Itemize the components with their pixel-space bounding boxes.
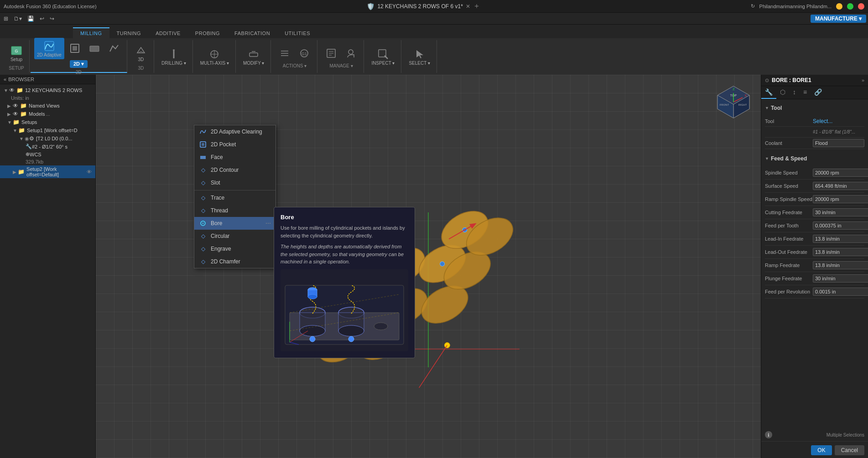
coolant-select[interactable]: Flood Mist None <box>813 139 864 147</box>
viewport[interactable]: TOP RIGHT FRONT X Z 2D Adaptive Clearing <box>96 75 761 458</box>
new-btn[interactable]: 🗋▾ <box>12 15 24 23</box>
models-arrow[interactable]: ▶ <box>7 112 12 117</box>
manage-btn2[interactable] <box>342 45 360 62</box>
drilling-btn[interactable]: DRILLING ▾ <box>159 46 189 67</box>
named-views-eye[interactable]: 👁 <box>13 103 18 109</box>
tool-section-header[interactable]: Tool <box>765 103 864 113</box>
setup1-arrow[interactable]: ▼ <box>13 128 17 133</box>
modify-btn[interactable]: MODIFY ▾ <box>240 46 267 67</box>
spindle-speed-input[interactable] <box>813 169 868 177</box>
menu-2d-pocket[interactable]: 2D Pocket <box>194 138 275 151</box>
cutting-feedrate-value: ▲ ▼ <box>813 207 868 217</box>
menu-slot[interactable]: ◇ Slot <box>194 176 275 189</box>
actions-btn2[interactable]: G1 <box>295 45 313 62</box>
tab-utilities[interactable]: UTILITIES <box>277 28 317 38</box>
tool-select-link[interactable]: Select... <box>813 118 832 124</box>
named-views-arrow[interactable]: ▶ <box>7 103 12 108</box>
undo-btn[interactable]: ↩ <box>38 15 46 23</box>
spindle-speed-row: Spindle Speed ▲ ▼ <box>765 166 864 180</box>
nav-cube[interactable]: TOP RIGHT FRONT X Z <box>715 84 752 120</box>
menu-bore[interactable]: Bore ⋯ <box>194 217 275 230</box>
browser-header: « BROWSER <box>0 75 95 84</box>
2d-contour-btn[interactable] <box>105 40 123 57</box>
setup2-eye-icon[interactable]: 👁 <box>87 169 92 175</box>
bore-more-btn[interactable]: ⋯ <box>265 220 271 226</box>
ribbon-group-actions: G1 ACTIONS ▾ <box>272 40 317 73</box>
menu-2d-adaptive[interactable]: 2D Adaptive Clearing <box>194 125 275 138</box>
tab-linking[interactable]: 🔗 <box>811 86 826 99</box>
t2-arrow[interactable]: ▼ <box>19 136 24 141</box>
refresh-icon[interactable]: ↻ <box>751 3 755 9</box>
plunge-feedrate-input[interactable] <box>813 274 868 283</box>
tree-named-views[interactable]: ▶ 👁 📁 Named Views <box>0 102 95 110</box>
tab-geometry[interactable]: ⬡ <box>776 86 789 99</box>
tab-passes[interactable]: ≡ <box>800 86 811 99</box>
menu-face[interactable]: Face <box>194 151 275 164</box>
surface-speed-input[interactable] <box>813 182 868 190</box>
svg-rect-4 <box>73 46 77 51</box>
ok-button[interactable]: OK <box>811 445 832 455</box>
tab-probing[interactable]: PROBING <box>188 28 227 38</box>
tab-additive[interactable]: ADDITIVE <box>148 28 188 38</box>
tab-heights[interactable]: ↕ <box>789 86 800 99</box>
tab-milling[interactable]: MILLING <box>73 27 109 38</box>
menu-engrave[interactable]: ◇ Engrave <box>194 242 275 255</box>
feed-per-tooth-input[interactable] <box>813 221 868 230</box>
close-btn[interactable] <box>858 3 864 10</box>
tree-setups[interactable]: ▼ 📁 Setups <box>0 118 95 126</box>
setup-btn[interactable]: G Setup <box>7 42 26 64</box>
tree-tool2[interactable]: 🔧 #2 - Ø1/2" 60° s <box>0 143 95 150</box>
new-tab-icon[interactable]: ＋ <box>473 1 480 11</box>
tree-root-eye[interactable]: 👁 <box>9 87 15 93</box>
feed-speed-section-header[interactable]: Feed & Speed <box>765 154 864 164</box>
multiaxis-label: MULTI-AXIS ▾ <box>200 61 229 66</box>
tree-root-label: 12 KEYCHAINS 2 ROWS <box>25 87 82 93</box>
tab-tool[interactable]: 🔧 <box>761 86 776 99</box>
browser-arrow-left[interactable]: « <box>4 77 6 82</box>
tree-root-arrow[interactable]: ▼ <box>4 88 8 93</box>
lead-in-feedrate-input[interactable] <box>813 235 868 243</box>
tree-setup1[interactable]: ▼ 📁 Setup1 [Work offset=D <box>0 126 95 134</box>
tree-models[interactable]: ▶ 👁 📁 Models ... <box>0 110 95 118</box>
tree-t2[interactable]: ▼ ◉ ⚙ [T2 L0 D0 (0.0... <box>0 134 95 143</box>
multiaxis-btn[interactable]: MULTI-AXIS ▾ <box>198 46 232 67</box>
menu-2d-contour[interactable]: ◇ 2D Contour <box>194 164 275 176</box>
ramp-spindle-input[interactable] <box>813 195 868 203</box>
2d-adaptive-btn[interactable]: 2D Adaptive <box>34 38 64 59</box>
panel-expand-icon[interactable]: » <box>862 77 864 83</box>
cancel-button[interactable]: Cancel <box>835 445 864 455</box>
tree-root[interactable]: ▼ 👁 📁 12 KEYCHAINS 2 ROWS <box>0 86 95 94</box>
redo-btn[interactable]: ↪ <box>48 15 56 23</box>
info-icon[interactable]: ℹ <box>765 431 772 438</box>
face-btn[interactable] <box>85 40 104 57</box>
close-tab-icon[interactable]: ✕ <box>466 3 470 10</box>
tree-setup2[interactable]: ▶ 📁 Setup2 [Work offset=Default] 👁 <box>0 165 95 178</box>
setup2-arrow[interactable]: ▶ <box>13 170 17 175</box>
minimize-btn[interactable] <box>836 3 842 10</box>
grid-icon[interactable]: ⊞ <box>2 15 10 23</box>
tab-fabrication[interactable]: FABRICATION <box>227 28 277 38</box>
feed-per-rev-input[interactable] <box>813 288 868 296</box>
maximize-btn[interactable] <box>847 3 853 10</box>
lead-out-feedrate-input[interactable] <box>813 248 868 256</box>
tree-wcs[interactable]: ⊕ WCS <box>0 150 95 158</box>
2d-pocket-btn[interactable] <box>66 40 84 57</box>
setups-arrow[interactable]: ▼ <box>7 120 12 125</box>
menu-2d-chamfer[interactable]: ◇ 2D Chamfer <box>194 255 275 268</box>
ramp-feedrate-input[interactable] <box>813 261 868 269</box>
menu-trace[interactable]: ◇ Trace <box>194 191 275 204</box>
3d-adaptive-btn[interactable]: 3D <box>132 42 150 64</box>
inspect-btn[interactable]: INSPECT ▾ <box>369 46 397 67</box>
save-btn[interactable]: 💾 <box>26 15 36 23</box>
manufacture-button[interactable]: MANUFACTURE ▾ <box>811 15 866 23</box>
cutting-feedrate-input[interactable] <box>813 208 868 216</box>
menu-circular[interactable]: ◇ Circular <box>194 230 275 242</box>
actions-btn1[interactable] <box>275 45 294 62</box>
t2-eye[interactable]: ◉ <box>25 136 29 142</box>
menu-thread[interactable]: ◇ Thread <box>194 204 275 217</box>
select-btn[interactable]: SELECT ▾ <box>406 46 433 67</box>
2d-dropdown-btn[interactable]: 2D ▾ <box>70 60 88 68</box>
models-eye[interactable]: 👁 <box>13 111 18 117</box>
tab-turning[interactable]: TURNING <box>109 28 149 38</box>
manage-btn1[interactable] <box>322 45 340 62</box>
